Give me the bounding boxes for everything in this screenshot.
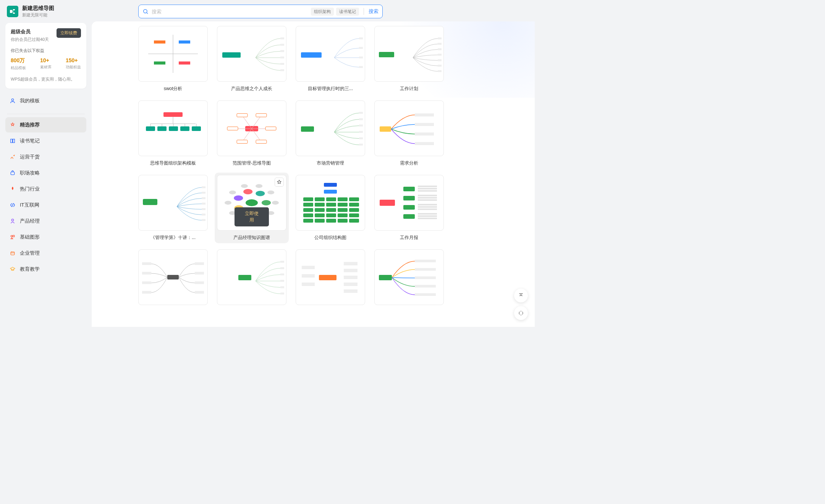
template-card[interactable]: 市场营销管理 — [295, 100, 366, 167]
svg-rect-70 — [380, 126, 391, 132]
svg-rect-104 — [315, 197, 325, 201]
sidebar-item-category[interactable]: 运营干货 — [5, 149, 86, 165]
svg-rect-151 — [195, 272, 204, 275]
svg-rect-120 — [326, 213, 336, 217]
svg-rect-71 — [415, 113, 434, 116]
template-card[interactable]: swot分析 — [138, 25, 209, 93]
svg-rect-75 — [143, 199, 157, 205]
search-icon — [142, 8, 149, 15]
template-card[interactable]: 思维导图组织架构模板 — [138, 100, 209, 167]
svg-point-7 — [11, 219, 13, 221]
renew-button[interactable]: 立即续费 — [57, 28, 81, 38]
sidebar-item-category[interactable]: 企业管理 — [5, 246, 86, 261]
svg-rect-52 — [265, 127, 276, 130]
sidebar-item-category[interactable]: 读书笔记 — [5, 133, 86, 149]
sidebar-item-category[interactable]: 产品经理 — [5, 213, 86, 229]
svg-rect-36 — [438, 70, 442, 72]
sidebar-item-category[interactable]: 精选推荐 — [5, 117, 86, 132]
template-thumbnail — [374, 249, 444, 305]
template-title: 工作计划 — [400, 86, 418, 92]
svg-rect-164 — [344, 276, 358, 279]
svg-rect-155 — [280, 261, 284, 263]
category-icon — [9, 202, 16, 208]
svg-rect-122 — [349, 213, 359, 217]
template-card[interactable]: 工作计划 — [374, 25, 445, 93]
svg-rect-116 — [338, 208, 348, 212]
svg-rect-63 — [301, 126, 314, 132]
svg-rect-20 — [280, 50, 284, 52]
svg-point-89 — [256, 191, 265, 196]
category-icon — [9, 170, 16, 176]
svg-rect-157 — [280, 273, 284, 275]
search-input[interactable] — [152, 9, 309, 15]
divider — [7, 114, 85, 114]
svg-rect-131 — [418, 188, 437, 189]
template-card[interactable] — [216, 249, 287, 310]
sidebar-item-category[interactable]: 热门行业 — [5, 181, 86, 197]
category-icon — [9, 218, 16, 225]
svg-rect-40 — [169, 126, 178, 131]
svg-rect-15 — [154, 61, 165, 65]
hot-term-chip[interactable]: 组织架构 — [311, 8, 334, 16]
svg-rect-103 — [303, 197, 313, 201]
svg-rect-171 — [415, 260, 436, 262]
template-thumbnail — [296, 249, 365, 305]
membership-expired: 你的会员已过期40天 — [11, 37, 49, 42]
template-card[interactable]: 目标管理执行时的三... — [295, 25, 366, 93]
svg-rect-160 — [280, 292, 284, 294]
stat-number: 800万 — [11, 57, 26, 64]
template-card[interactable] — [295, 249, 366, 310]
svg-rect-65 — [359, 118, 363, 120]
svg-rect-136 — [418, 199, 437, 201]
svg-rect-76 — [202, 186, 205, 188]
sidebar-item-label: 精选推荐 — [20, 121, 40, 128]
scroll-top-button[interactable] — [514, 289, 528, 302]
svg-line-4 — [147, 13, 148, 14]
svg-rect-140 — [418, 208, 437, 210]
sidebar-item-category[interactable]: IT互联网 — [5, 197, 86, 213]
sidebar-item-my-templates[interactable]: 我的模板 — [5, 93, 86, 108]
svg-rect-143 — [418, 215, 437, 217]
template-title: 产品经理知识图谱 — [233, 234, 270, 241]
svg-rect-34 — [438, 59, 442, 61]
stat-label: 素材库 — [40, 65, 52, 70]
stat-number: 150+ — [66, 57, 81, 63]
template-card[interactable]: 《管理学第》十讲：... — [138, 174, 209, 242]
template-title: 《管理学第》十讲：... — [150, 234, 196, 241]
template-thumbnail — [217, 100, 286, 156]
template-title: 需求分析 — [400, 160, 418, 166]
svg-rect-26 — [359, 47, 363, 49]
search-button[interactable]: 搜索 — [369, 8, 379, 15]
svg-rect-41 — [180, 126, 189, 131]
template-card[interactable] — [138, 249, 209, 310]
svg-point-98 — [241, 184, 248, 188]
template-card[interactable]: 工作月报 — [374, 174, 445, 242]
settings-fab-button[interactable] — [514, 306, 528, 320]
use-template-button[interactable]: 立即使用 — [235, 207, 269, 226]
template-title: 市场营销管理 — [317, 160, 344, 166]
svg-rect-42 — [192, 126, 201, 131]
svg-point-88 — [243, 189, 252, 194]
membership-card: 超级会员 你的会员已过期40天 立即续费 你已失去以下权益 800万 精品模板 … — [5, 23, 86, 89]
stat-number: 10+ — [40, 57, 52, 63]
template-card[interactable]: 需求分析 — [374, 100, 445, 167]
template-card[interactable]: 立即使用产品经理知识图谱 — [215, 173, 289, 243]
category-icon — [9, 266, 16, 273]
template-card[interactable]: 范围管理-思维导图 — [216, 100, 287, 167]
sidebar-item-label: 热门行业 — [20, 186, 40, 192]
hot-term-chip[interactable]: 读书笔记 — [336, 8, 359, 16]
template-card[interactable]: 产品思维之个人成长 — [216, 25, 287, 93]
template-card[interactable]: 公司组织结构图 — [295, 174, 366, 242]
sidebar-item-category[interactable]: 职场攻略 — [5, 165, 86, 181]
svg-point-87 — [234, 195, 243, 201]
template-card[interactable] — [374, 249, 445, 310]
svg-rect-153 — [195, 291, 204, 294]
sidebar-item-category[interactable]: 教育教学 — [5, 262, 86, 277]
template-title: 范围管理-思维导图 — [233, 160, 271, 166]
svg-rect-138 — [418, 204, 437, 205]
search-bar[interactable]: 组织架构 读书笔记 搜索 — [138, 5, 383, 18]
favorite-button[interactable] — [275, 178, 284, 187]
svg-rect-106 — [338, 197, 348, 201]
svg-point-90 — [246, 199, 258, 206]
sidebar-item-category[interactable]: 基础图形 — [5, 229, 86, 245]
